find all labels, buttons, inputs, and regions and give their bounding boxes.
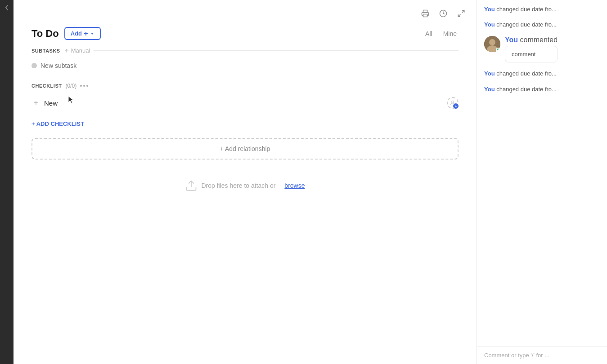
browse-link[interactable]: browse	[284, 182, 305, 189]
comment-placeholder: Comment or type '/' for ...	[484, 352, 549, 359]
checklist-input-area: + +	[31, 94, 459, 111]
checklist-more-button[interactable]	[80, 85, 88, 87]
dot-2	[83, 85, 85, 87]
dot-3	[86, 85, 88, 87]
activity-you-avatar: You	[505, 36, 518, 44]
comment-input-area: Comment or type '/' for ...	[477, 346, 607, 364]
all-filter-button[interactable]: All	[423, 29, 434, 38]
checklist-header: CHECKLIST (0/0)	[31, 83, 459, 89]
user-avatar	[484, 36, 500, 52]
add-checklist-link[interactable]: + ADD CHECKLIST	[31, 120, 459, 127]
svg-rect-0	[423, 14, 427, 17]
modal-toolbar	[13, 0, 477, 23]
subtasks-divider	[94, 50, 459, 51]
subtask-bullet	[31, 63, 37, 68]
checklist-section: CHECKLIST (0/0)	[31, 83, 459, 111]
checklist-new-input[interactable]	[44, 99, 443, 107]
comment-bubble: comment	[505, 46, 558, 62]
activity-text-4: changed due date fro...	[496, 86, 557, 93]
checklist-count: (0/0)	[65, 83, 76, 89]
activity-you-2: You	[484, 21, 495, 28]
history-icon[interactable]	[437, 7, 450, 20]
assign-plus-badge: +	[453, 103, 459, 109]
modal-scroll-content: SUBTASKS Manual	[13, 47, 477, 364]
activity-text-1: changed due date fro...	[496, 6, 557, 13]
activity-text-2: changed due date fro...	[496, 21, 557, 28]
activity-item: You changed due date fro...	[484, 21, 600, 29]
subtasks-sort: Manual	[64, 47, 90, 54]
subtasks-header: SUBTASKS Manual	[31, 47, 459, 54]
filter-buttons: All Mine	[423, 29, 459, 38]
activity-you-1: You	[484, 6, 495, 13]
svg-line-2	[462, 10, 464, 13]
main-content: To Do Add All Mine	[13, 0, 607, 364]
drop-files-area: Drop files here to attach or browse	[31, 170, 459, 201]
subtasks-title: SUBTASKS	[31, 48, 60, 53]
task-title: To Do	[31, 28, 59, 40]
print-icon[interactable]	[419, 7, 432, 20]
activity-you-3: You	[484, 70, 495, 77]
dot-1	[80, 85, 82, 87]
checklist-new-row: + +	[31, 94, 459, 111]
new-subtask-row	[31, 59, 459, 72]
svg-point-7	[489, 39, 495, 45]
svg-line-3	[458, 14, 460, 17]
mine-filter-button[interactable]: Mine	[441, 29, 459, 38]
add-relationship-button[interactable]: + Add relationship	[31, 138, 459, 160]
task-header: To Do Add All Mine	[13, 23, 477, 47]
expand-icon[interactable]	[455, 7, 468, 20]
svg-point-4	[452, 101, 454, 103]
modal-body: SUBTASKS Manual	[13, 47, 477, 201]
comment-text: comment	[512, 51, 535, 58]
task-modal: To Do Add All Mine	[13, 0, 477, 364]
activity-item: You changed due date fro...	[484, 85, 600, 93]
checklist-title: CHECKLIST	[31, 83, 62, 89]
activity-item: You changed due date fro...	[484, 70, 600, 78]
activity-item: You changed due date fro...	[484, 5, 600, 13]
checklist-add-icon[interactable]: +	[31, 98, 40, 107]
activity-panel: You changed due date fro... You changed …	[477, 0, 607, 364]
online-indicator	[496, 48, 500, 52]
add-button[interactable]: Add	[64, 27, 101, 40]
drop-files-label: Drop files here to attach or	[201, 182, 275, 189]
upload-icon	[185, 179, 198, 192]
sidebar-collapse-icon[interactable]	[4, 4, 10, 11]
activity-you-4: You	[484, 86, 495, 93]
activity-body: You changed due date fro... You changed …	[477, 0, 607, 346]
checklist-divider	[92, 86, 459, 86]
assign-user-button[interactable]: +	[447, 97, 459, 109]
subtasks-section: SUBTASKS Manual	[31, 47, 459, 72]
new-subtask-input[interactable]	[40, 62, 459, 69]
activity-text-avatar: commented	[520, 36, 558, 44]
avatar-comment-container: You commented comment	[484, 36, 600, 62]
left-sidebar	[0, 0, 13, 364]
activity-text-3: changed due date fro...	[496, 70, 557, 77]
